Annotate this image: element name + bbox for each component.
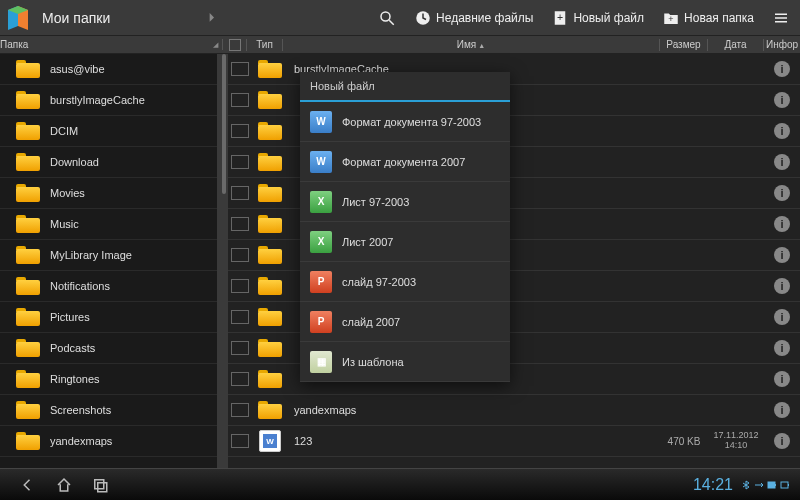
new-file-button[interactable]: + Новый файл <box>545 9 650 27</box>
info-icon: i <box>774 247 790 263</box>
row-type-icon <box>252 60 288 78</box>
folder-icon <box>258 122 282 140</box>
row-checkbox[interactable] <box>231 248 249 262</box>
row-checkbox[interactable] <box>231 93 249 107</box>
menu-button[interactable] <box>766 9 796 27</box>
row-info-button[interactable]: i <box>764 154 800 170</box>
clock[interactable]: 14:21 <box>693 476 733 494</box>
row-info-button[interactable]: i <box>764 61 800 77</box>
row-type-icon <box>252 277 288 295</box>
file-row[interactable]: yandexmapsi <box>228 395 800 426</box>
new-folder-button[interactable]: + Новая папка <box>656 9 760 27</box>
sidebar-item[interactable]: Download <box>0 147 217 178</box>
row-info-button[interactable]: i <box>764 247 800 263</box>
col-date[interactable]: Дата <box>708 39 764 51</box>
row-checkbox[interactable] <box>231 310 249 324</box>
folder-icon <box>258 246 282 264</box>
row-checkbox[interactable] <box>231 403 249 417</box>
folder-icon <box>16 215 40 233</box>
popup-item[interactable]: ▦Из шаблона <box>300 342 510 382</box>
row-name: 123 <box>288 435 660 447</box>
row-info-button[interactable]: i <box>764 92 800 108</box>
sidebar-item[interactable]: Podcasts <box>0 333 217 364</box>
row-checkbox[interactable] <box>231 124 249 138</box>
sidebar-item[interactable]: yandexmaps <box>0 426 217 457</box>
popup-item[interactable]: XЛист 97-2003 <box>300 182 510 222</box>
sidebar-item[interactable]: Pictures <box>0 302 217 333</box>
svg-line-4 <box>389 20 394 25</box>
col-name[interactable]: Имя▲ <box>283 39 660 51</box>
file-row[interactable]: W123470 KB17.11.201214:10i <box>228 426 800 457</box>
row-info-button[interactable]: i <box>764 340 800 356</box>
row-info-button[interactable]: i <box>764 216 800 232</box>
sidebar-item[interactable]: Screenshots <box>0 395 217 426</box>
new-folder-icon: + <box>662 9 680 27</box>
sidebar-item[interactable]: Music <box>0 209 217 240</box>
popup-title: Новый файл <box>300 72 510 102</box>
row-info-button[interactable]: i <box>764 185 800 201</box>
popup-item[interactable]: WФормат документа 97-2003 <box>300 102 510 142</box>
search-button[interactable] <box>372 9 402 27</box>
row-checkbox[interactable] <box>231 217 249 231</box>
scrollbar[interactable] <box>220 54 228 468</box>
row-type-icon <box>252 246 288 264</box>
col-size[interactable]: Размер <box>660 39 708 51</box>
row-info-button[interactable]: i <box>764 402 800 418</box>
info-icon: i <box>774 402 790 418</box>
svg-rect-14 <box>768 482 775 488</box>
folder-icon <box>258 339 282 357</box>
col-info[interactable]: Инфор <box>764 39 800 51</box>
row-checkbox[interactable] <box>231 372 249 386</box>
popup-item[interactable]: Pслайд 2007 <box>300 302 510 342</box>
row-size: 470 KB <box>660 436 708 447</box>
popup-item[interactable]: WФормат документа 2007 <box>300 142 510 182</box>
popup-item[interactable]: XЛист 2007 <box>300 222 510 262</box>
app-title: Мои папки <box>42 10 110 26</box>
popup-item[interactable]: Pслайд 97-2003 <box>300 262 510 302</box>
status-icons[interactable] <box>741 480 790 490</box>
row-info-button[interactable]: i <box>764 278 800 294</box>
row-checkbox[interactable] <box>231 62 249 76</box>
home-button[interactable] <box>46 473 82 497</box>
app-logo-icon[interactable] <box>4 4 32 32</box>
folder-icon <box>16 60 40 78</box>
col-folder[interactable]: Папка ◢ <box>0 39 223 50</box>
search-icon <box>378 9 396 27</box>
info-icon: i <box>774 61 790 77</box>
sidebar-item[interactable]: DCIM <box>0 116 217 147</box>
row-info-button[interactable]: i <box>764 371 800 387</box>
sidebar-item[interactable]: burstlyImageCache <box>0 85 217 116</box>
popup-item-label: слайд 97-2003 <box>342 276 416 288</box>
info-icon: i <box>774 371 790 387</box>
sidebar-item[interactable]: Notifications <box>0 271 217 302</box>
col-checkbox[interactable] <box>223 39 247 51</box>
w-doc-icon: W <box>310 111 332 133</box>
folder-icon <box>258 215 282 233</box>
battery2-icon <box>780 480 790 490</box>
sidebar-item[interactable]: Movies <box>0 178 217 209</box>
col-type[interactable]: Тип <box>247 39 283 51</box>
sidebar-item-label: Screenshots <box>50 404 111 416</box>
row-type-icon <box>252 308 288 326</box>
recent-files-button[interactable]: Недавние файлы <box>408 9 539 27</box>
row-checkbox[interactable] <box>231 279 249 293</box>
sidebar-item-label: Download <box>50 156 99 168</box>
sidebar-item[interactable]: asus@vibe <box>0 54 217 85</box>
back-button[interactable] <box>10 473 46 497</box>
row-checkbox[interactable] <box>231 155 249 169</box>
clock-icon <box>414 9 432 27</box>
scrollbar-thumb[interactable] <box>222 54 226 194</box>
folder-icon <box>258 153 282 171</box>
folder-icon <box>16 432 40 450</box>
row-checkbox[interactable] <box>231 434 249 448</box>
row-checkbox[interactable] <box>231 341 249 355</box>
row-info-button[interactable]: i <box>764 309 800 325</box>
t-doc-icon: ▦ <box>310 351 332 373</box>
row-info-button[interactable]: i <box>764 123 800 139</box>
row-info-button[interactable]: i <box>764 433 800 449</box>
sidebar-item[interactable]: Ringtones <box>0 364 217 395</box>
sort-asc-icon: ▲ <box>478 42 485 49</box>
row-checkbox[interactable] <box>231 186 249 200</box>
sidebar-item[interactable]: MyLibrary Image <box>0 240 217 271</box>
recent-apps-button[interactable] <box>82 473 118 497</box>
